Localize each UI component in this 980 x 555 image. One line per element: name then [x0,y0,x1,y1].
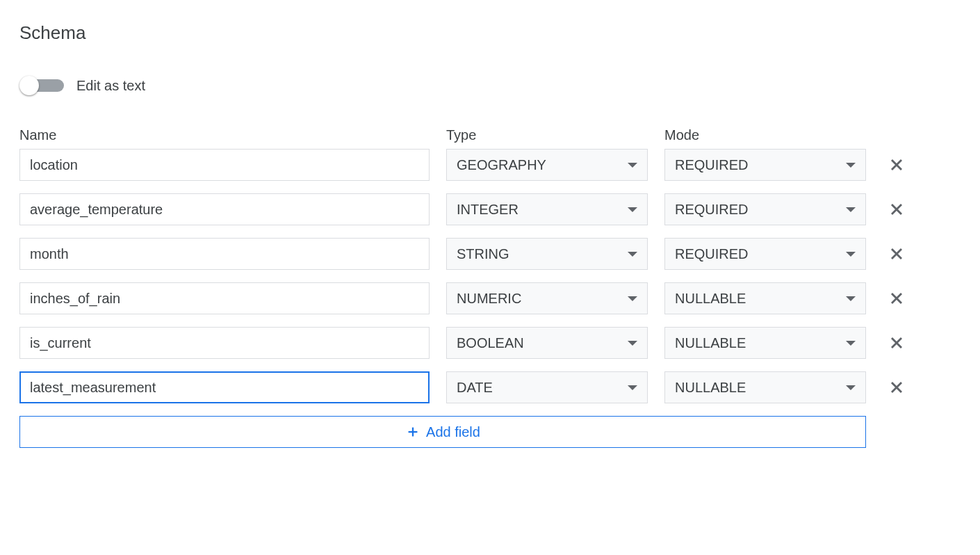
dropdown-arrow-icon [628,385,637,390]
field-mode-select[interactable]: NULLABLE [664,371,866,403]
field-type-value: BOOLEAN [457,335,524,351]
field-mode-select[interactable]: REQUIRED [664,149,866,181]
dropdown-arrow-icon [846,296,856,301]
field-name-input[interactable] [19,149,430,181]
edit-as-text-row: Edit as text [19,77,961,94]
field-mode-value: REQUIRED [675,157,749,173]
schema-field-row: DATENULLABLE [19,371,961,403]
delete-field-button[interactable] [883,284,910,312]
field-name-input[interactable] [19,327,430,359]
schema-field-row: NUMERICNULLABLE [19,282,961,314]
dropdown-arrow-icon [846,207,856,212]
schema-fields-grid: Name Type Mode GEOGRAPHYREQUIREDINTEGERR… [19,127,961,448]
edit-as-text-label: Edit as text [76,78,145,94]
close-icon [887,378,906,397]
delete-field-button[interactable] [883,151,910,179]
schema-section-title: Schema [19,22,961,44]
schema-field-row: INTEGERREQUIRED [19,193,961,225]
field-mode-select[interactable]: NULLABLE [664,327,866,359]
close-icon [887,333,906,353]
field-type-value: DATE [457,380,493,396]
close-icon [887,155,906,175]
dropdown-arrow-icon [628,252,637,257]
delete-field-button[interactable] [883,195,910,223]
add-field-button[interactable]: Add field [19,416,866,448]
close-icon [887,200,906,219]
delete-field-button[interactable] [883,373,910,401]
field-name-input[interactable] [19,282,430,314]
field-type-select[interactable]: INTEGER [446,193,648,225]
schema-field-row: GEOGRAPHYREQUIRED [19,149,961,181]
field-type-select[interactable]: GEOGRAPHY [446,149,648,181]
field-type-value: GEOGRAPHY [457,157,546,173]
field-type-value: NUMERIC [457,291,521,307]
field-type-select[interactable]: STRING [446,238,648,270]
delete-field-button[interactable] [883,329,910,357]
field-name-input[interactable] [19,193,430,225]
dropdown-arrow-icon [846,163,856,168]
field-mode-select[interactable]: REQUIRED [664,238,866,270]
dropdown-arrow-icon [628,163,637,168]
field-type-select[interactable]: NUMERIC [446,282,648,314]
field-type-select[interactable]: DATE [446,371,648,403]
dropdown-arrow-icon [846,341,856,346]
field-name-input[interactable] [19,371,430,403]
field-mode-value: REQUIRED [675,246,749,262]
dropdown-arrow-icon [628,296,637,301]
plus-icon [405,424,420,440]
field-mode-value: NULLABLE [675,380,746,396]
header-type: Type [446,127,648,143]
schema-header-row: Name Type Mode [19,127,961,143]
header-mode: Mode [664,127,866,143]
delete-field-button[interactable] [883,240,910,268]
dropdown-arrow-icon [628,207,637,212]
field-mode-value: NULLABLE [675,291,746,307]
close-icon [887,289,906,308]
schema-field-row: STRINGREQUIRED [19,238,961,270]
dropdown-arrow-icon [846,385,856,390]
dropdown-arrow-icon [846,252,856,257]
edit-as-text-toggle[interactable] [19,77,64,94]
field-mode-value: NULLABLE [675,335,746,351]
add-field-label: Add field [426,424,480,440]
close-icon [887,244,906,264]
field-type-value: INTEGER [457,202,518,218]
field-mode-select[interactable]: REQUIRED [664,193,866,225]
dropdown-arrow-icon [628,341,637,346]
header-name: Name [19,127,430,143]
field-name-input[interactable] [19,238,430,270]
field-type-value: STRING [457,246,509,262]
field-type-select[interactable]: BOOLEAN [446,327,648,359]
schema-field-row: BOOLEANNULLABLE [19,327,961,359]
field-mode-value: REQUIRED [675,202,749,218]
field-mode-select[interactable]: NULLABLE [664,282,866,314]
